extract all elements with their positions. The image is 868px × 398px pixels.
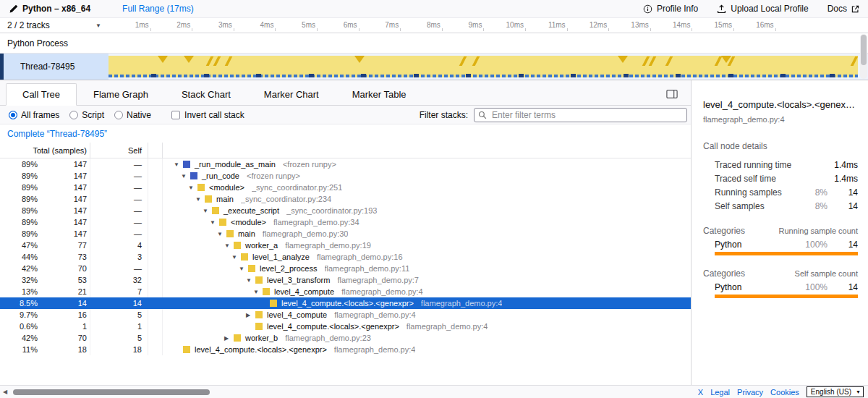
call-tree-row[interactable]: 0.6%11level_4_compute.<locals>.<genexpr>… (0, 321, 691, 332)
horizontal-scrollbar-thumb[interactable] (13, 389, 210, 395)
call-tree-row[interactable]: 89%147—▼_execute_script_sync_coordinator… (0, 205, 691, 216)
profile-info-button[interactable]: Profile Info (643, 4, 698, 14)
row-function-name: level_4_compute.<locals>.<genexpr> (195, 345, 327, 354)
docs-button[interactable]: Docs (827, 4, 859, 14)
category-label: Python (715, 282, 794, 292)
call-tree-row[interactable]: 44%733▼level_1_analyzeflamegraph_demo.py… (0, 251, 691, 263)
row-total-samples: 18 (38, 345, 90, 354)
call-tree-row[interactable]: 89%147—▼_run_code<frozen runpy> (0, 170, 691, 182)
row-expander-icon[interactable]: ▼ (210, 219, 219, 226)
timeline-tick: 11ms (532, 21, 566, 29)
row-total-samples: 147 (38, 195, 90, 203)
language-select[interactable]: English (US) ▼ (807, 386, 864, 397)
radio-all-frames[interactable]: All frames (9, 110, 59, 120)
footer-link-privacy[interactable]: Privacy (737, 388, 763, 397)
row-total-percent: 89% (0, 195, 38, 203)
thread-track-graph[interactable] (109, 54, 858, 80)
row-expander-icon[interactable]: ▼ (174, 161, 183, 168)
footer-link-cookies[interactable]: Cookies (770, 388, 799, 397)
row-total-cell: 42%70 (0, 263, 90, 274)
row-total-percent: 44% (0, 253, 38, 261)
call-tree-row[interactable]: 89%147—▼_run_module_as_main<frozen runpy… (0, 158, 691, 170)
column-header-self[interactable]: Self (90, 143, 148, 158)
row-expander-icon[interactable]: ▼ (195, 196, 205, 203)
row-expander-icon[interactable]: ▼ (246, 277, 255, 284)
tab-flame-graph[interactable]: Flame Graph (77, 83, 165, 106)
call-tree-row[interactable]: 42%70—▼level_2_processflamegraph_demo.py… (0, 263, 691, 274)
call-tree-row[interactable]: 13%217▼level_4_computeflamegraph_demo.py… (0, 286, 691, 297)
row-self-cell: — (90, 263, 148, 274)
footer-link-legal[interactable]: Legal (710, 388, 730, 397)
call-tree-row[interactable]: 89%147—▼main_sync_coordinator.py:234 (0, 193, 691, 205)
row-expander-icon[interactable]: ▼ (203, 208, 212, 214)
row-frame: ▼<module>_sync_coordinator.py:251 (163, 182, 691, 193)
upload-profile-button[interactable]: Upload Local Profile (717, 4, 808, 14)
radio-label: Script (82, 110, 104, 120)
row-expander-icon[interactable]: ▼ (181, 173, 190, 179)
call-tree-row[interactable]: 89%147—▼mainflamegraph_demo.py:30 (0, 228, 691, 240)
row-self-cell: 3 (90, 251, 148, 263)
breadcrumb-complete-thread[interactable]: Complete “Thread-78495” (7, 129, 107, 139)
row-expander-icon[interactable]: ▼ (253, 289, 263, 295)
tab-marker-chart[interactable]: Marker Chart (247, 83, 336, 106)
row-frame: ▼level_2_processflamegraph_demo.py:11 (163, 263, 691, 274)
tracks-scrollbar-thumb[interactable] (861, 35, 867, 65)
radio-script[interactable]: Script (69, 110, 104, 120)
tracks-scrollbar[interactable] (860, 34, 867, 79)
call-tree-row[interactable]: 11%1818level_4_compute.<locals>.<genexpr… (0, 344, 691, 355)
row-file-location: flamegraph_demo.py:4 (341, 287, 423, 296)
call-tree-row[interactable]: 89%147—▼<module>flamegraph_demo.py:34 (0, 216, 691, 228)
call-tree-row[interactable]: 32%5332▼level_3_transformflamegraph_demo… (0, 274, 691, 286)
tab-marker-table[interactable]: Marker Table (336, 83, 423, 106)
row-expander-icon[interactable]: ▼ (188, 185, 197, 191)
header-actions: Profile Info Upload Local Profile Docs (643, 4, 859, 14)
call-tree-row[interactable]: 42%705▶worker_bflamegraph_demo.py:23 (0, 332, 691, 344)
category-value: 14 (827, 282, 858, 292)
row-file-location: _sync_coordinator.py:234 (241, 195, 331, 203)
row-frame: level_4_compute.<locals>.<genexpr>flameg… (163, 321, 691, 332)
footer-bar: ◀ XLegalPrivacyCookies English (US) ▼ (0, 385, 868, 398)
column-header-total[interactable]: Total (samples) (0, 143, 90, 158)
row-frame: ▶worker_bflamegraph_demo.py:23 (163, 332, 691, 344)
invert-call-stack-checkbox[interactable] (171, 111, 180, 119)
sample-marker-dark (676, 74, 681, 77)
full-range-button[interactable]: Full Range (17ms) (122, 4, 194, 14)
radio-native[interactable]: Native (114, 110, 151, 120)
sidebar-toggle-button[interactable] (666, 89, 684, 99)
row-expander-icon[interactable]: ▶ (246, 312, 255, 318)
row-expander-icon[interactable]: ▼ (239, 266, 248, 272)
tracks-dropdown-button[interactable]: 2 / 2 tracks ▼ (0, 18, 109, 33)
sidebar-categories: CategoriesRunning sample countPython100%… (703, 226, 858, 298)
call-tree-row[interactable]: 89%147—▼<module>_sync_coordinator.py:251 (0, 182, 691, 193)
row-function-name: main (216, 195, 234, 203)
footer-link-x[interactable]: X (698, 388, 703, 397)
tab-list: Call TreeFlame GraphStack ChartMarker Ch… (6, 83, 423, 105)
row-expander-icon[interactable]: ▶ (224, 335, 234, 342)
thread-track: Thread-78495 (0, 54, 868, 80)
call-tree-row[interactable]: 9.7%165▶level_4_computeflamegraph_demo.p… (0, 309, 691, 321)
categories-header-label: Categories (703, 226, 745, 236)
row-file-location: _sync_coordinator.py:251 (252, 183, 342, 192)
filter-stacks-input[interactable] (474, 108, 687, 122)
call-tree-row[interactable]: 47%774▼worker_aflamegraph_demo.py:19 (0, 240, 691, 251)
process-track-header[interactable]: Python Process (0, 33, 868, 54)
row-frame: ▼_run_module_as_main<frozen runpy> (163, 158, 691, 170)
row-expander-icon[interactable]: ▼ (217, 231, 226, 237)
tab-call-tree[interactable]: Call Tree (6, 83, 77, 106)
category-value: 14 (827, 240, 858, 250)
frame-category-icon (263, 288, 270, 295)
tab-stack-chart[interactable]: Stack Chart (165, 83, 247, 106)
profile-title: Python – x86_64 (22, 4, 90, 14)
stat-label: Traced running time (715, 160, 794, 170)
scroll-left-arrow-icon[interactable]: ◀ (3, 389, 7, 395)
timeline-ruler-scale[interactable]: 1ms2ms3ms4ms5ms6ms7ms8ms9ms10ms11ms12ms1… (109, 18, 868, 33)
row-expander-icon[interactable]: ▼ (224, 242, 234, 249)
call-tree-row[interactable]: 8.5%1414level_4_compute.<locals>.<genexp… (0, 297, 691, 309)
row-expander-icon[interactable]: ▼ (231, 254, 241, 261)
row-function-name: _execute_script (224, 206, 279, 215)
horizontal-scrollbar[interactable]: ◀ (0, 386, 691, 398)
profile-info-label: Profile Info (657, 4, 698, 14)
timeline-tick: 6ms (324, 21, 357, 29)
thread-track-header[interactable]: Thread-78495 (4, 54, 109, 80)
row-total-samples: 53 (38, 276, 90, 284)
